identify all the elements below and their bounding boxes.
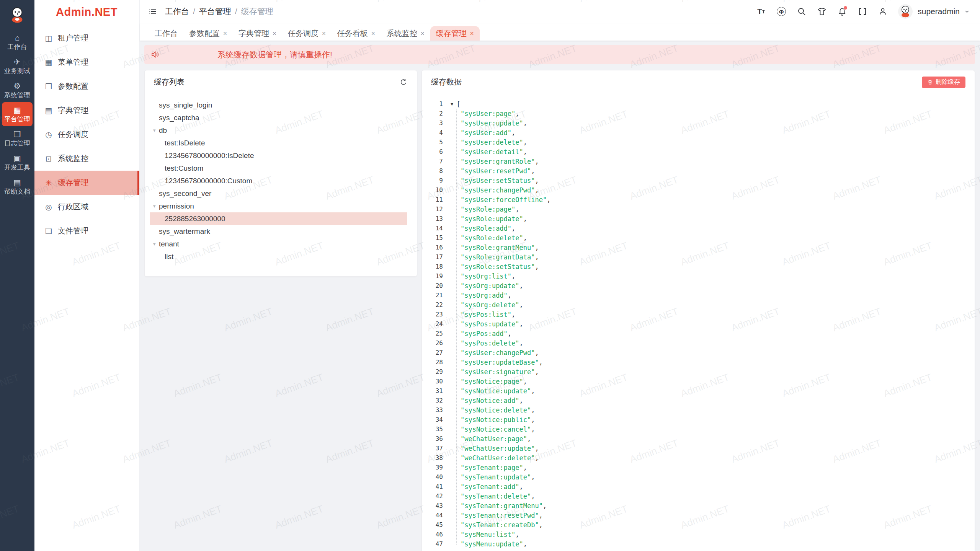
sidebar-menu-item[interactable]: ◎ 行政区域 bbox=[34, 195, 139, 219]
json-string-value: "sysTenant:resetPwd" bbox=[461, 512, 539, 519]
tab[interactable]: 任务调度 × bbox=[282, 26, 332, 41]
tree-node[interactable]: test:IsDelete bbox=[150, 137, 407, 149]
code-line: 33 "sysNotice:delete" , bbox=[422, 405, 975, 415]
code-line: 25 "sysPos:add" , bbox=[422, 329, 975, 338]
username[interactable]: superadmin bbox=[918, 7, 960, 16]
comma: , bbox=[535, 253, 539, 261]
tree-node[interactable]: sys_wartermark bbox=[150, 225, 407, 238]
search-icon[interactable] bbox=[797, 7, 807, 16]
rail-item[interactable]: ⌂ 工作台 bbox=[0, 30, 34, 54]
font-size-icon[interactable]: TT bbox=[756, 7, 766, 16]
comma: , bbox=[539, 512, 543, 519]
notification-icon[interactable] bbox=[837, 7, 847, 16]
brand-logo-text[interactable]: Admin.NET bbox=[34, 0, 139, 24]
tree-node[interactable]: 123456780000000:Custom bbox=[150, 174, 407, 187]
tree-node[interactable]: ▾ tenant bbox=[150, 238, 407, 250]
tab[interactable]: 参数配置 × bbox=[183, 26, 233, 41]
tab[interactable]: 字典管理 × bbox=[233, 26, 282, 41]
sidebar-menu-item[interactable]: ✳ 缓存管理 bbox=[34, 171, 139, 195]
sidebar-menu-item[interactable]: ❐ 参数配置 bbox=[34, 74, 139, 98]
rail-item[interactable]: ✈ 业务测试 bbox=[0, 54, 34, 78]
code-line: 30 "sysNotice:page" , bbox=[422, 377, 975, 386]
close-tab-icon[interactable]: × bbox=[223, 30, 227, 37]
caret-down-icon[interactable]: ▾ bbox=[153, 241, 159, 247]
monitor-icon: ⊡ bbox=[44, 154, 54, 163]
tree-node-label: test:IsDelete bbox=[165, 139, 205, 147]
tree-node[interactable]: sys_second_ver bbox=[150, 187, 407, 200]
tree-node[interactable]: ▾ permission bbox=[150, 200, 407, 212]
tab[interactable]: 系统监控 × bbox=[381, 26, 430, 41]
json-string-value: "sysPos:list" bbox=[461, 311, 511, 318]
rail-item-label: 业务测试 bbox=[4, 68, 30, 74]
profile-icon[interactable] bbox=[878, 7, 888, 16]
tab[interactable]: 工作台 bbox=[149, 26, 183, 41]
line-number: 22 bbox=[422, 301, 443, 308]
line-number: 19 bbox=[422, 272, 443, 280]
tree-node[interactable]: 252885263000000 bbox=[150, 212, 407, 225]
refresh-icon[interactable] bbox=[399, 78, 408, 86]
rail-item[interactable]: ▣ 开发工具 bbox=[0, 150, 34, 174]
comma: , bbox=[508, 330, 511, 337]
rail-item[interactable]: ▤ 帮助文档 bbox=[0, 174, 34, 199]
tree-node-label: permission bbox=[159, 202, 194, 210]
comma: , bbox=[527, 435, 531, 443]
json-string-value: "weChatUser:update" bbox=[461, 445, 535, 452]
app-root: ⌂ 工作台 ✈ 业务测试 ⚙ 系统管理 ▦ 平台管理 ❐ 日志管理 ▣ 开发工具 bbox=[0, 0, 980, 551]
code-line: 16 "sysRole:grantMenu" , bbox=[422, 243, 975, 252]
tab[interactable]: 缓存管理 × bbox=[430, 26, 480, 41]
app-logo[interactable] bbox=[0, 0, 34, 30]
rail-item[interactable]: ⚙ 系统管理 bbox=[0, 78, 34, 102]
code-line: 15 "sysRole:delete" , bbox=[422, 233, 975, 243]
cache-icon: ✳ bbox=[44, 178, 54, 187]
tree-node[interactable]: sys_single_login bbox=[150, 99, 407, 111]
json-string-value: "sysTenant:createDb" bbox=[461, 521, 539, 529]
sidebar-menu-item[interactable]: ▦ 菜单管理 bbox=[34, 50, 139, 74]
sidebar-menu-item[interactable]: ◷ 任务调度 bbox=[34, 122, 139, 147]
sidebar-menu-item[interactable]: ❏ 文件管理 bbox=[34, 219, 139, 243]
code-line: 3 "sysUser:update" , bbox=[422, 118, 975, 128]
close-tab-icon[interactable]: × bbox=[470, 30, 474, 37]
json-string-value: "sysRole:update" bbox=[461, 215, 523, 223]
tree-node[interactable]: ▾ db bbox=[150, 124, 407, 137]
chevron-down-icon[interactable] bbox=[964, 8, 970, 15]
sidebar-menu-item[interactable]: ⊡ 系统监控 bbox=[34, 147, 139, 171]
cache-list-title: 缓存列表 bbox=[154, 77, 185, 87]
tree-node[interactable]: 123456780000000:IsDelete bbox=[150, 149, 407, 162]
sidebar-menu-item[interactable]: ◫ 租户管理 bbox=[34, 26, 139, 50]
tree-node[interactable]: sys_captcha bbox=[150, 111, 407, 124]
line-number: 5 bbox=[422, 139, 443, 146]
tree-node[interactable]: test:Custom bbox=[150, 162, 407, 174]
caret-down-icon[interactable]: ▾ bbox=[153, 203, 159, 209]
close-tab-icon[interactable]: × bbox=[371, 30, 375, 37]
line-number: 37 bbox=[422, 445, 443, 452]
comma: , bbox=[519, 320, 523, 328]
code-line: 34 "sysNotice:public" , bbox=[422, 415, 975, 424]
tree-node[interactable]: list bbox=[150, 250, 407, 263]
code-line: 38 "weChatUser:delete" , bbox=[422, 453, 975, 463]
breadcrumb-item[interactable]: 工作台 bbox=[165, 6, 189, 17]
sidebar-menu-label: 字典管理 bbox=[58, 105, 88, 116]
breadcrumb-item[interactable]: 平台管理 bbox=[199, 6, 231, 17]
comma: , bbox=[531, 473, 535, 481]
tab[interactable]: 任务看板 × bbox=[332, 26, 381, 41]
rail-item[interactable]: ▦ 平台管理 bbox=[2, 102, 33, 126]
close-tab-icon[interactable]: × bbox=[273, 30, 276, 37]
delete-cache-button[interactable]: 删除缓存 bbox=[922, 77, 965, 88]
language-icon[interactable]: Φ bbox=[776, 7, 786, 16]
sidebar-menu-item[interactable]: ▤ 字典管理 bbox=[34, 98, 139, 122]
collapse-node-icon[interactable]: ▼ bbox=[451, 101, 453, 107]
cache-data-panel: 缓存数据 删除缓存 1 ▼ [ bbox=[421, 70, 975, 551]
line-number: 40 bbox=[422, 473, 443, 481]
close-tab-icon[interactable]: × bbox=[322, 30, 326, 37]
fullscreen-icon[interactable] bbox=[858, 7, 867, 16]
close-tab-icon[interactable]: × bbox=[421, 30, 425, 37]
region-icon: ◎ bbox=[44, 202, 54, 212]
collapse-menu-icon[interactable] bbox=[148, 7, 157, 16]
code-line: 27 "sysUser:changePwd" , bbox=[422, 348, 975, 357]
code-line: 47 "sysMenu:update" , bbox=[422, 539, 975, 549]
theme-icon[interactable] bbox=[817, 7, 827, 16]
avatar[interactable] bbox=[898, 4, 913, 19]
rail-item[interactable]: ❐ 日志管理 bbox=[0, 126, 34, 150]
caret-down-icon[interactable]: ▾ bbox=[153, 127, 159, 133]
tree-node-label: sys_captcha bbox=[159, 114, 199, 122]
